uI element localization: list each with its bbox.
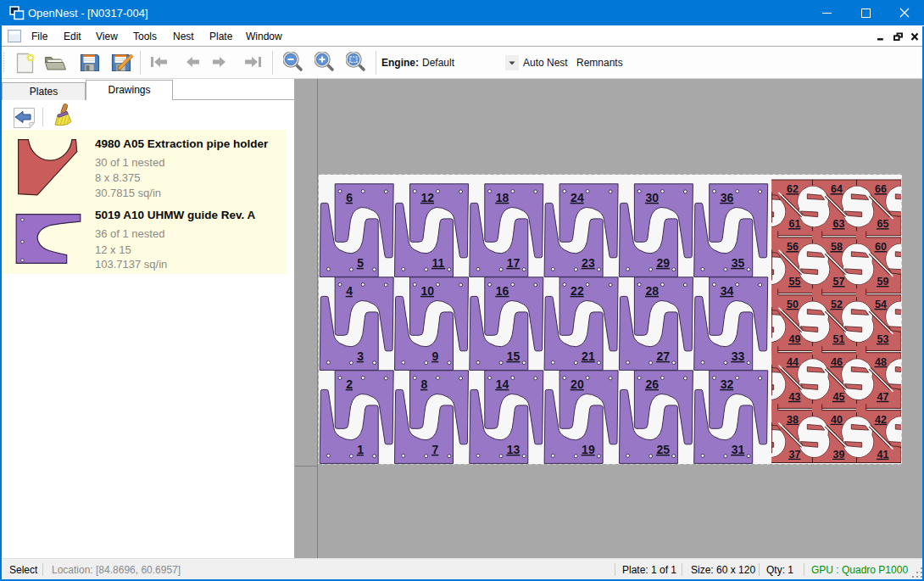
svg-text:62: 62 bbox=[787, 183, 799, 195]
svg-text:50: 50 bbox=[787, 299, 799, 310]
svg-text:19: 19 bbox=[582, 443, 595, 456]
svg-text:15: 15 bbox=[507, 349, 520, 363]
svg-text:33: 33 bbox=[732, 349, 745, 363]
svg-text:21: 21 bbox=[582, 349, 595, 363]
svg-text:22: 22 bbox=[571, 284, 584, 298]
svg-text:28: 28 bbox=[645, 284, 659, 298]
svg-text:47: 47 bbox=[877, 391, 889, 403]
svg-text:32: 32 bbox=[721, 377, 734, 391]
svg-text:16: 16 bbox=[496, 284, 509, 298]
svg-text:27: 27 bbox=[656, 349, 670, 363]
svg-text:51: 51 bbox=[833, 333, 845, 345]
svg-text:35: 35 bbox=[732, 256, 745, 270]
svg-text:9: 9 bbox=[432, 349, 439, 363]
svg-text:63: 63 bbox=[833, 218, 845, 230]
svg-text:57: 57 bbox=[833, 276, 845, 288]
svg-text:36: 36 bbox=[721, 191, 734, 204]
svg-text:52: 52 bbox=[831, 299, 843, 310]
svg-text:66: 66 bbox=[875, 183, 887, 195]
svg-text:29: 29 bbox=[656, 256, 670, 270]
svg-text:56: 56 bbox=[787, 241, 799, 253]
svg-text:48: 48 bbox=[875, 356, 887, 368]
svg-text:46: 46 bbox=[831, 356, 843, 368]
svg-text:18: 18 bbox=[496, 191, 509, 204]
svg-text:7: 7 bbox=[432, 443, 439, 456]
svg-text:44: 44 bbox=[787, 356, 799, 368]
svg-text:55: 55 bbox=[789, 276, 801, 288]
svg-text:3: 3 bbox=[357, 349, 364, 363]
svg-text:6: 6 bbox=[346, 191, 353, 204]
svg-text:34: 34 bbox=[721, 284, 734, 298]
svg-text:43: 43 bbox=[789, 391, 801, 403]
svg-text:40: 40 bbox=[831, 414, 843, 426]
svg-text:58: 58 bbox=[831, 241, 843, 253]
svg-text:26: 26 bbox=[645, 377, 659, 391]
svg-text:61: 61 bbox=[789, 218, 801, 230]
svg-text:53: 53 bbox=[877, 333, 889, 345]
svg-text:12: 12 bbox=[421, 191, 435, 204]
svg-text:11: 11 bbox=[432, 256, 445, 270]
svg-text:4: 4 bbox=[346, 284, 353, 298]
svg-text:24: 24 bbox=[571, 191, 584, 204]
svg-text:37: 37 bbox=[789, 449, 801, 461]
svg-text:30: 30 bbox=[645, 191, 659, 204]
svg-text:49: 49 bbox=[789, 333, 801, 345]
svg-text:38: 38 bbox=[787, 414, 799, 426]
svg-text:17: 17 bbox=[507, 256, 520, 270]
svg-text:5: 5 bbox=[357, 256, 364, 270]
svg-text:25: 25 bbox=[656, 443, 670, 456]
svg-text:41: 41 bbox=[877, 449, 889, 461]
svg-text:10: 10 bbox=[421, 284, 435, 298]
svg-text:14: 14 bbox=[496, 377, 509, 391]
svg-text:2: 2 bbox=[346, 377, 353, 391]
svg-text:39: 39 bbox=[833, 449, 845, 461]
svg-text:65: 65 bbox=[877, 218, 889, 230]
svg-text:31: 31 bbox=[732, 443, 745, 456]
svg-text:42: 42 bbox=[875, 414, 887, 426]
svg-text:54: 54 bbox=[875, 299, 887, 310]
svg-text:64: 64 bbox=[831, 183, 843, 195]
svg-text:20: 20 bbox=[571, 377, 584, 391]
svg-text:13: 13 bbox=[507, 443, 520, 456]
svg-text:8: 8 bbox=[421, 377, 428, 391]
svg-text:23: 23 bbox=[582, 256, 595, 270]
svg-text:59: 59 bbox=[877, 276, 889, 288]
svg-text:45: 45 bbox=[833, 391, 845, 403]
svg-text:1: 1 bbox=[357, 443, 364, 456]
svg-text:60: 60 bbox=[875, 241, 887, 253]
